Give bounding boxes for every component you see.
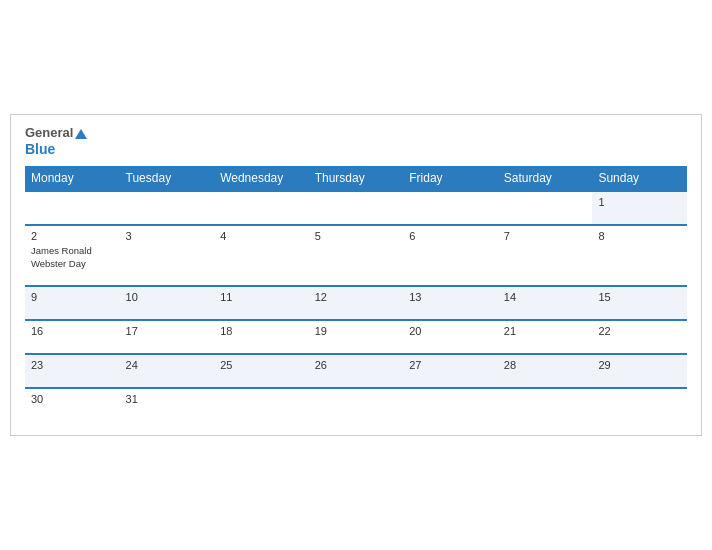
calendar-day-cell: 24 [120, 354, 215, 388]
calendar-day-cell [309, 388, 404, 421]
logo-triangle-icon [75, 129, 87, 139]
calendar-day-cell [120, 191, 215, 225]
calendar-week-row: 23242526272829 [25, 354, 687, 388]
calendar-day-cell: 28 [498, 354, 593, 388]
day-number: 26 [315, 359, 398, 371]
calendar-day-cell [403, 191, 498, 225]
day-number: 11 [220, 291, 303, 303]
calendar-day-cell: 8 [592, 225, 687, 286]
calendar-day-cell: 31 [120, 388, 215, 421]
calendar-day-cell: 22 [592, 320, 687, 354]
day-number: 22 [598, 325, 681, 337]
day-number: 19 [315, 325, 398, 337]
logo-general-text: General [25, 125, 87, 141]
calendar-header: General Blue [25, 125, 687, 157]
calendar-day-cell: 17 [120, 320, 215, 354]
calendar-week-row: 2James Ronald Webster Day345678 [25, 225, 687, 286]
calendar-day-cell: 12 [309, 286, 404, 320]
calendar-day-cell: 2James Ronald Webster Day [25, 225, 120, 286]
logo: General Blue [25, 125, 87, 157]
calendar-day-cell: 15 [592, 286, 687, 320]
calendar-day-cell: 5 [309, 225, 404, 286]
day-number: 1 [598, 196, 681, 208]
day-number: 14 [504, 291, 587, 303]
calendar-day-cell: 3 [120, 225, 215, 286]
day-number: 4 [220, 230, 303, 242]
day-event: James Ronald Webster Day [31, 245, 92, 269]
calendar-day-cell: 18 [214, 320, 309, 354]
day-number: 7 [504, 230, 587, 242]
day-number: 31 [126, 393, 209, 405]
calendar-day-cell: 13 [403, 286, 498, 320]
calendar-day-cell [498, 191, 593, 225]
calendar-day-cell: 25 [214, 354, 309, 388]
calendar-day-cell: 7 [498, 225, 593, 286]
weekday-header-wednesday: Wednesday [214, 166, 309, 191]
day-number: 24 [126, 359, 209, 371]
day-number: 28 [504, 359, 587, 371]
day-number: 15 [598, 291, 681, 303]
day-number: 16 [31, 325, 114, 337]
calendar-day-cell: 11 [214, 286, 309, 320]
day-number: 12 [315, 291, 398, 303]
calendar-day-cell: 27 [403, 354, 498, 388]
weekday-header-friday: Friday [403, 166, 498, 191]
calendar-day-cell: 23 [25, 354, 120, 388]
calendar-day-cell [309, 191, 404, 225]
weekday-header-saturday: Saturday [498, 166, 593, 191]
calendar-day-cell: 9 [25, 286, 120, 320]
day-number: 20 [409, 325, 492, 337]
calendar-day-cell: 16 [25, 320, 120, 354]
calendar-week-row: 3031 [25, 388, 687, 421]
calendar-day-cell: 4 [214, 225, 309, 286]
day-number: 10 [126, 291, 209, 303]
day-number: 5 [315, 230, 398, 242]
calendar-day-cell [498, 388, 593, 421]
calendar-day-cell: 21 [498, 320, 593, 354]
calendar-day-cell [592, 388, 687, 421]
logo-blue-text: Blue [25, 141, 87, 158]
calendar-day-cell: 1 [592, 191, 687, 225]
day-number: 13 [409, 291, 492, 303]
calendar-day-cell [403, 388, 498, 421]
calendar-day-cell: 14 [498, 286, 593, 320]
weekday-header-tuesday: Tuesday [120, 166, 215, 191]
day-number: 29 [598, 359, 681, 371]
day-number: 21 [504, 325, 587, 337]
day-number: 18 [220, 325, 303, 337]
day-number: 30 [31, 393, 114, 405]
calendar-day-cell: 26 [309, 354, 404, 388]
day-number: 17 [126, 325, 209, 337]
weekday-header-monday: Monday [25, 166, 120, 191]
calendar-day-cell: 6 [403, 225, 498, 286]
calendar-day-cell [214, 388, 309, 421]
calendar-grid: MondayTuesdayWednesdayThursdayFridaySatu… [25, 166, 687, 421]
calendar-day-cell: 29 [592, 354, 687, 388]
weekday-header-thursday: Thursday [309, 166, 404, 191]
calendar-day-cell [214, 191, 309, 225]
day-number: 25 [220, 359, 303, 371]
calendar-day-cell [25, 191, 120, 225]
calendar-day-cell: 10 [120, 286, 215, 320]
calendar-week-row: 9101112131415 [25, 286, 687, 320]
calendar-day-cell: 20 [403, 320, 498, 354]
day-number: 9 [31, 291, 114, 303]
day-number: 27 [409, 359, 492, 371]
calendar-week-row: 16171819202122 [25, 320, 687, 354]
calendar-week-row: 1 [25, 191, 687, 225]
day-number: 6 [409, 230, 492, 242]
day-number: 3 [126, 230, 209, 242]
calendar-day-cell: 19 [309, 320, 404, 354]
day-number: 8 [598, 230, 681, 242]
weekday-header-sunday: Sunday [592, 166, 687, 191]
calendar-container: General Blue MondayTuesdayWednesdayThurs… [10, 114, 702, 435]
day-number: 2 [31, 230, 114, 242]
calendar-day-cell: 30 [25, 388, 120, 421]
weekday-header-row: MondayTuesdayWednesdayThursdayFridaySatu… [25, 166, 687, 191]
day-number: 23 [31, 359, 114, 371]
